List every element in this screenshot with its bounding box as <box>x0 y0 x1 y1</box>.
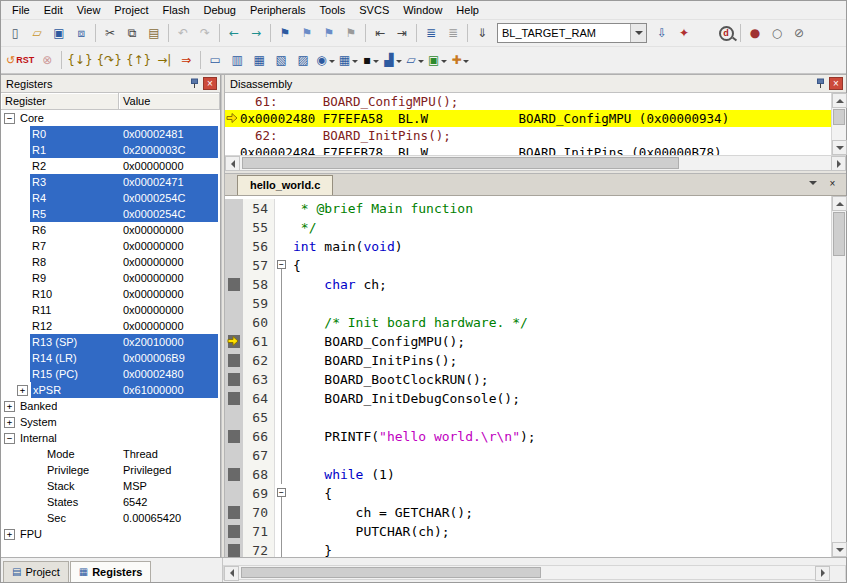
register-row-states[interactable]: States6542 <box>1 494 220 510</box>
code-text[interactable]: * @brief Main function <box>289 199 473 218</box>
reset-cpu-button[interactable]: ↺RST <box>4 49 36 71</box>
fold-margin[interactable] <box>275 427 289 446</box>
pin-icon[interactable] <box>187 77 201 90</box>
code-text[interactable]: { <box>289 256 301 275</box>
trace-window-button[interactable]: ▱ <box>404 49 426 71</box>
scroll-left-icon[interactable] <box>224 566 239 581</box>
flash-download-button[interactable]: ⇓ <box>471 22 493 44</box>
copy-button[interactable]: ⧉ <box>121 22 143 44</box>
scrollbar-thumb[interactable] <box>241 567 541 578</box>
register-row-r2[interactable]: R20x00000000 <box>1 158 220 174</box>
scroll-up-icon[interactable] <box>832 93 847 108</box>
registers-panel-titlebar[interactable]: Registers × <box>1 75 220 93</box>
scrollbar-thumb[interactable] <box>242 157 679 169</box>
fold-margin[interactable] <box>275 237 289 256</box>
disassembly-panel-titlebar[interactable]: Disassembly × <box>225 75 846 93</box>
register-row-mode[interactable]: ModeThread <box>1 446 220 462</box>
disassembly-line[interactable]: 61: BOARD_ConfigMPU(); <box>225 93 831 110</box>
fold-margin[interactable] <box>275 522 289 541</box>
breakpoint-margin[interactable] <box>225 332 243 351</box>
menu-svcs[interactable]: SVCS <box>352 2 396 18</box>
code-text[interactable]: BOARD_InitDebugConsole(); <box>289 389 520 408</box>
memory-window-button[interactable]: ▦ <box>337 49 360 71</box>
register-row-r10[interactable]: R100x00000000 <box>1 286 220 302</box>
collapse-icon[interactable]: − <box>4 113 15 124</box>
breakpoint-margin[interactable] <box>225 503 243 522</box>
scrollbar-thumb[interactable] <box>833 212 845 256</box>
disable-all-breakpoints-button[interactable]: ○ <box>766 22 788 44</box>
breakpoint-margin[interactable] <box>225 465 243 484</box>
code-text[interactable]: ch = GETCHAR(); <box>289 503 473 522</box>
fold-margin[interactable] <box>275 408 289 427</box>
code-text[interactable]: */ <box>289 218 316 237</box>
fold-margin[interactable] <box>275 389 289 408</box>
menu-edit[interactable]: Edit <box>37 2 70 18</box>
pin-icon[interactable] <box>813 77 827 90</box>
register-row-r14-lr[interactable]: R14 (LR)0x000006B9 <box>1 350 220 366</box>
menu-debug[interactable]: Debug <box>197 2 243 18</box>
open-file-button[interactable]: ▱ <box>26 22 48 44</box>
paste-button[interactable]: ▤ <box>143 22 165 44</box>
breakpoint-margin[interactable] <box>225 446 243 465</box>
breakpoint-margin[interactable] <box>225 541 243 557</box>
uncomment-selection-button[interactable]: ≣ <box>442 22 464 44</box>
fold-margin[interactable] <box>275 503 289 522</box>
menu-tools[interactable]: Tools <box>313 2 353 18</box>
register-row-sec[interactable]: Sec0.00065420 <box>1 510 220 526</box>
breakpoint-margin[interactable] <box>225 294 243 313</box>
fold-margin[interactable]: − <box>275 484 289 503</box>
register-row-r15-pc[interactable]: R15 (PC)0x00002480 <box>1 366 220 382</box>
document-list-chevron-icon[interactable] <box>805 176 820 190</box>
menu-file[interactable]: File <box>5 2 37 18</box>
stop-execution-button[interactable]: ⊗ <box>36 49 58 71</box>
scrollbar-track[interactable] <box>240 156 831 170</box>
scrollbar-thumb[interactable] <box>833 109 845 125</box>
code-text[interactable]: BOARD_BootClockRUN(); <box>289 370 489 389</box>
code-text[interactable]: int main(void) <box>289 237 403 256</box>
fold-margin[interactable] <box>275 332 289 351</box>
scrollbar-track[interactable] <box>832 211 846 542</box>
register-row-r1[interactable]: R10x2000003C <box>1 142 220 158</box>
code-text[interactable]: while (1) <box>289 465 395 484</box>
register-row-r13-sp[interactable]: R13 (SP)0x20010000 <box>1 334 220 350</box>
watch-window-button[interactable]: ◉ <box>314 49 336 71</box>
expand-icon[interactable]: + <box>17 385 28 396</box>
code-text[interactable]: { <box>289 484 332 503</box>
register-row-xpsr[interactable]: +xPSR0x61000000 <box>1 382 220 398</box>
close-icon[interactable]: × <box>203 77 217 90</box>
comment-selection-button[interactable]: ≣ <box>420 22 442 44</box>
register-row-r5[interactable]: R50x0000254C <box>1 206 220 222</box>
start-stop-debug-session-button[interactable]: d <box>715 22 737 44</box>
load-application-button[interactable]: ⇩ <box>651 22 673 44</box>
indent-button[interactable]: ⇥ <box>391 22 413 44</box>
register-row-privilege[interactable]: PrivilegePrivileged <box>1 462 220 478</box>
fold-margin[interactable] <box>275 446 289 465</box>
expand-icon[interactable]: + <box>4 417 15 428</box>
target-options-button[interactable]: ✦ <box>673 22 695 44</box>
register-row-r0[interactable]: R00x00002481 <box>1 126 220 142</box>
breakpoint-margin[interactable] <box>225 275 243 294</box>
disassembly-horizontal-scrollbar[interactable] <box>225 155 846 170</box>
expand-icon[interactable]: + <box>4 401 15 412</box>
code-text[interactable]: /* Init board hardware. */ <box>289 313 528 332</box>
fold-margin[interactable] <box>275 294 289 313</box>
disassembly-current-line[interactable]: 0x00002480 F7FEFA58 BL.W BOARD_ConfigMPU… <box>225 110 831 127</box>
breakpoint-margin[interactable] <box>225 389 243 408</box>
step-out-button[interactable]: {↑} <box>124 49 153 71</box>
fold-margin[interactable] <box>275 370 289 389</box>
code-text[interactable]: char ch; <box>289 275 387 294</box>
close-document-icon[interactable]: × <box>825 176 840 190</box>
new-file-button[interactable]: ▯ <box>4 22 26 44</box>
code-text[interactable]: BOARD_InitPins(); <box>289 351 457 370</box>
breakpoint-margin[interactable] <box>225 484 243 503</box>
breakpoint-margin[interactable] <box>225 313 243 332</box>
breakpoint-margin[interactable] <box>225 199 243 218</box>
column-header-register[interactable]: Register <box>1 93 119 109</box>
disassembly-window-button[interactable]: ▥ <box>226 49 248 71</box>
fold-margin[interactable] <box>275 351 289 370</box>
breakpoint-margin[interactable] <box>225 256 243 275</box>
register-row-r8[interactable]: R80x00000000 <box>1 254 220 270</box>
command-window-button[interactable]: ▭ <box>204 49 226 71</box>
register-row-r3[interactable]: R30x00002471 <box>1 174 220 190</box>
menu-window[interactable]: Window <box>396 2 449 18</box>
